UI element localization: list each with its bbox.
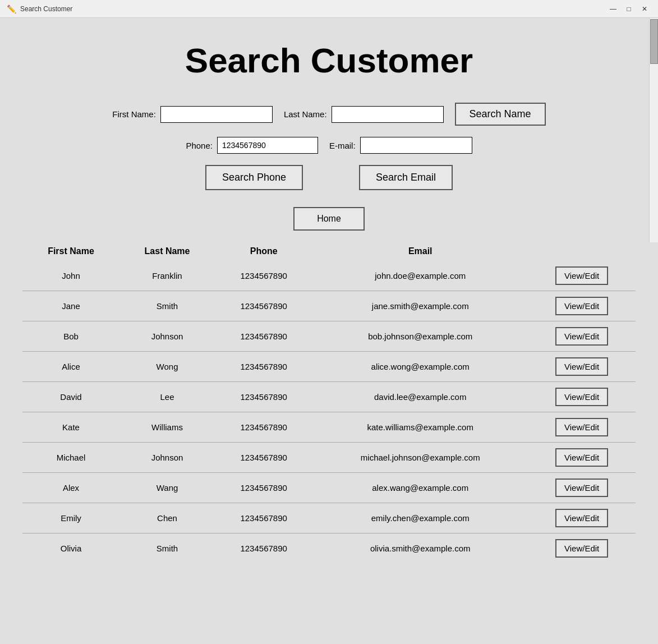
search-name-button[interactable]: Search Name [455, 103, 546, 126]
table-row: OliviaSmith1234567890olivia.smith@exampl… [22, 533, 636, 564]
table-cell: Wang [119, 473, 215, 503]
view-edit-button[interactable]: View/Edit [555, 418, 608, 436]
table-cell: Smith [119, 291, 215, 321]
table-cell: jane.smith@example.com [312, 291, 528, 321]
table-action-cell: View/Edit [528, 382, 636, 412]
table-cell: Wong [119, 352, 215, 382]
table-cell: Jane [22, 291, 119, 321]
table-cell: david.lee@example.com [312, 382, 528, 412]
table-row: BobJohnson1234567890bob.johnson@example.… [22, 321, 636, 352]
view-edit-button[interactable]: View/Edit [555, 357, 608, 376]
maximize-button[interactable]: □ [622, 3, 636, 15]
last-name-input[interactable] [332, 106, 444, 123]
table-action-cell: View/Edit [528, 473, 636, 503]
table-action-cell: View/Edit [528, 503, 636, 533]
table-cell: 1234567890 [215, 321, 312, 352]
table-row: JohnFranklin1234567890john.doe@example.c… [22, 261, 636, 291]
home-button[interactable]: Home [293, 207, 365, 231]
table-action-cell: View/Edit [528, 443, 636, 473]
title-bar-left: ✏️ Search Customer [7, 4, 72, 13]
table-cell: John [22, 261, 119, 291]
first-name-input[interactable] [160, 106, 273, 123]
table-cell: Kate [22, 412, 119, 443]
page-title: Search Customer [22, 40, 636, 80]
table-header: First Name Last Name Phone Email [22, 242, 636, 261]
view-edit-button[interactable]: View/Edit [555, 327, 608, 346]
table-cell: Williams [119, 412, 215, 443]
title-bar-title: Search Customer [20, 5, 72, 13]
phone-input[interactable] [217, 137, 318, 154]
table-row: AliceWong1234567890alice.wong@example.co… [22, 352, 636, 382]
table-cell: olivia.smith@example.com [312, 533, 528, 564]
table-row: KateWilliams1234567890kate.williams@exam… [22, 412, 636, 443]
table-cell: michael.johnson@example.com [312, 443, 528, 473]
view-edit-button[interactable]: View/Edit [555, 266, 608, 285]
view-edit-button[interactable]: View/Edit [555, 479, 608, 497]
table-cell: 1234567890 [215, 352, 312, 382]
col-header-phone: Phone [215, 242, 312, 261]
table-action-cell: View/Edit [528, 533, 636, 564]
table-action-cell: View/Edit [528, 352, 636, 382]
table-cell: Olivia [22, 533, 119, 564]
table-cell: Emily [22, 503, 119, 533]
search-buttons-row: Search Phone Search Email [22, 165, 636, 190]
home-row: Home [22, 207, 636, 231]
main-container: Search Customer First Name: Last Name: S… [0, 18, 658, 574]
table-header-row: First Name Last Name Phone Email [22, 242, 636, 261]
table-action-cell: View/Edit [528, 291, 636, 321]
email-input[interactable] [360, 137, 472, 154]
table-cell: 1234567890 [215, 261, 312, 291]
table-cell: kate.williams@example.com [312, 412, 528, 443]
table-cell: Chen [119, 503, 215, 533]
table-action-cell: View/Edit [528, 412, 636, 443]
col-header-last-name: Last Name [119, 242, 215, 261]
email-group: E-mail: [329, 137, 472, 154]
view-edit-button[interactable]: View/Edit [555, 448, 608, 467]
table-action-cell: View/Edit [528, 261, 636, 291]
title-bar-controls[interactable]: — □ ✕ [606, 3, 651, 15]
table-row: DavidLee1234567890david.lee@example.comV… [22, 382, 636, 412]
table-cell: Bob [22, 321, 119, 352]
view-edit-button[interactable]: View/Edit [555, 509, 608, 527]
title-bar: ✏️ Search Customer — □ ✕ [0, 0, 658, 18]
table-cell: 1234567890 [215, 382, 312, 412]
first-name-label: First Name: [112, 109, 156, 119]
minimize-button[interactable]: — [606, 3, 620, 15]
scrollbar-thumb[interactable] [650, 19, 658, 64]
table-row: JaneSmith1234567890jane.smith@example.co… [22, 291, 636, 321]
table-cell: alex.wang@example.com [312, 473, 528, 503]
col-header-action [528, 242, 636, 261]
last-name-group: Last Name: [284, 106, 444, 123]
col-header-email: Email [312, 242, 528, 261]
app-icon: ✏️ [7, 4, 16, 13]
first-name-group: First Name: [112, 106, 273, 123]
view-edit-button[interactable]: View/Edit [555, 388, 608, 406]
search-section: First Name: Last Name: Search Name Phone… [22, 103, 636, 231]
table-cell: 1234567890 [215, 412, 312, 443]
view-edit-button[interactable]: View/Edit [555, 297, 608, 315]
view-edit-button[interactable]: View/Edit [555, 539, 608, 558]
table-cell: 1234567890 [215, 443, 312, 473]
table-cell: john.doe@example.com [312, 261, 528, 291]
results-table: First Name Last Name Phone Email JohnFra… [22, 242, 636, 563]
close-button[interactable]: ✕ [638, 3, 651, 15]
search-email-button[interactable]: Search Email [359, 165, 453, 190]
scrollbar[interactable] [649, 18, 658, 242]
phone-group: Phone: [186, 137, 318, 154]
table-cell: David [22, 382, 119, 412]
email-label: E-mail: [329, 141, 356, 150]
table-cell: alice.wong@example.com [312, 352, 528, 382]
table-cell: Johnson [119, 321, 215, 352]
table-cell: bob.johnson@example.com [312, 321, 528, 352]
table-body: JohnFranklin1234567890john.doe@example.c… [22, 261, 636, 563]
table-cell: 1234567890 [215, 533, 312, 564]
table-cell: 1234567890 [215, 473, 312, 503]
search-phone-button[interactable]: Search Phone [205, 165, 303, 190]
table-row: AlexWang1234567890alex.wang@example.comV… [22, 473, 636, 503]
table-cell: 1234567890 [215, 291, 312, 321]
last-name-label: Last Name: [284, 109, 327, 119]
name-search-row: First Name: Last Name: Search Name [22, 103, 636, 126]
table-cell: Johnson [119, 443, 215, 473]
table-cell: Franklin [119, 261, 215, 291]
table-cell: Smith [119, 533, 215, 564]
